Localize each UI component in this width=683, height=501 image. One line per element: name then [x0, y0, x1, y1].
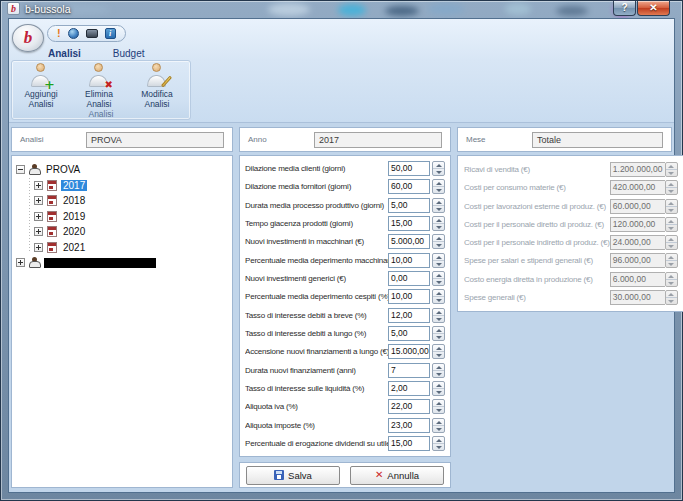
spinner-down-icon[interactable]: [433, 169, 444, 175]
tab-analisi[interactable]: Analisi: [39, 46, 90, 61]
titlebar[interactable]: b b-bussola ? ✕: [0, 0, 683, 18]
field-value-input[interactable]: 23,00: [388, 418, 430, 433]
spinner-down-icon[interactable]: [433, 224, 444, 230]
spinner-control[interactable]: [432, 161, 445, 176]
spinner-control[interactable]: [432, 198, 445, 213]
alert-icon[interactable]: !: [57, 28, 61, 39]
spinner-control[interactable]: [432, 216, 445, 231]
expand-icon[interactable]: [16, 258, 25, 267]
spinner-up-icon[interactable]: [433, 162, 444, 169]
save-button[interactable]: Salva: [246, 466, 340, 485]
spinner-up-icon[interactable]: [433, 290, 444, 297]
spinner-down-icon[interactable]: [433, 279, 444, 285]
field-value-input[interactable]: 10,00: [388, 289, 430, 304]
spinner-down-icon[interactable]: [433, 371, 444, 377]
spinner-control[interactable]: [432, 363, 445, 378]
field-value-input[interactable]: 2,00: [388, 381, 430, 396]
printer-icon[interactable]: [86, 29, 98, 38]
field-value-input[interactable]: 22,00: [388, 399, 430, 414]
spinner-up-icon[interactable]: [433, 254, 444, 261]
tree-item-root-prova[interactable]: PROVA: [16, 162, 228, 178]
collapse-icon[interactable]: [16, 165, 25, 174]
spinner-down-icon[interactable]: [433, 389, 444, 395]
spinner-control[interactable]: [432, 418, 445, 433]
spinner-up-icon[interactable]: [433, 309, 444, 316]
spinner-up-icon[interactable]: [433, 327, 444, 334]
expand-icon[interactable]: [34, 181, 43, 190]
close-button[interactable]: ✕: [637, 1, 670, 16]
field-value-input[interactable]: 10,00: [388, 253, 430, 268]
field-value-input[interactable]: 60,00: [388, 179, 430, 194]
spinner-up-icon[interactable]: [433, 382, 444, 389]
expand-icon[interactable]: [34, 227, 43, 236]
spinner-up-icon[interactable]: [433, 400, 444, 407]
spinner-up-icon[interactable]: [433, 419, 444, 426]
globe-icon[interactable]: [68, 28, 79, 39]
spinner-down-icon[interactable]: [433, 444, 444, 450]
field-value-input[interactable]: 5,00: [388, 198, 430, 213]
spinner-up-icon[interactable]: [433, 364, 444, 371]
spinner-control[interactable]: [432, 253, 445, 268]
spinner-up-icon[interactable]: [433, 345, 444, 352]
field-value-input[interactable]: 15,00: [388, 216, 430, 231]
mese-field-input[interactable]: Totale: [532, 132, 663, 148]
anno-field-input[interactable]: 2017: [314, 132, 442, 148]
spinner-down-icon[interactable]: [433, 352, 444, 358]
spinner-control[interactable]: [432, 436, 445, 451]
tree-item-year[interactable]: 2017: [34, 178, 228, 194]
field-value-input[interactable]: 15.000,00: [388, 344, 430, 359]
field-value-input[interactable]: 0,00: [388, 271, 430, 286]
field-value-input[interactable]: 5.000,00: [388, 234, 430, 249]
tree-item-year[interactable]: 2019: [34, 209, 228, 225]
spinner-control[interactable]: [432, 179, 445, 194]
window-controls: ? ✕: [613, 1, 670, 16]
field-value-input[interactable]: 7: [388, 363, 430, 378]
expand-icon[interactable]: [34, 243, 43, 252]
field-value-input[interactable]: 12,00: [388, 308, 430, 323]
spinner-up-icon[interactable]: [433, 180, 444, 187]
help-button[interactable]: ?: [613, 1, 636, 16]
spinner-down-icon[interactable]: [433, 407, 444, 413]
analysis-tree-panel[interactable]: PROVA 2017 2018: [11, 155, 233, 488]
tree-item-year[interactable]: 2018: [34, 193, 228, 209]
spinner-up-icon[interactable]: [433, 235, 444, 242]
cancel-button[interactable]: ✕ Annulla: [350, 466, 444, 485]
add-analysis-button[interactable]: + Aggiungi Analisi: [12, 61, 70, 109]
tree-item-year[interactable]: 2021: [34, 240, 228, 256]
spinner-control[interactable]: [432, 381, 445, 396]
info-icon[interactable]: i: [105, 28, 116, 39]
delete-analysis-button[interactable]: ✖ Elimina Analisi: [70, 61, 128, 109]
spinner-control-disabled: [665, 272, 678, 287]
spinner-down-icon[interactable]: [433, 206, 444, 212]
edit-analysis-button[interactable]: Modifica Analisi: [128, 61, 186, 109]
analisi-field-input[interactable]: PROVA: [86, 132, 224, 148]
spinner-control[interactable]: [432, 234, 445, 249]
budget-field-row: Dilazione media fornitori (giorni) 60,00: [245, 179, 445, 194]
spinner-control[interactable]: [432, 271, 445, 286]
spinner-down-icon[interactable]: [433, 297, 444, 303]
expand-icon[interactable]: [34, 212, 43, 221]
field-value-input[interactable]: 50,00: [388, 161, 430, 176]
spinner-control-disabled: [665, 253, 678, 268]
spinner-control[interactable]: [432, 308, 445, 323]
spinner-down-icon[interactable]: [433, 334, 444, 340]
spinner-down-icon[interactable]: [433, 316, 444, 322]
spinner-down-icon[interactable]: [433, 187, 444, 193]
spinner-control[interactable]: [432, 344, 445, 359]
field-value-input[interactable]: 15,00: [388, 436, 430, 451]
tab-budget[interactable]: Budget: [104, 46, 154, 61]
spinner-control[interactable]: [432, 399, 445, 414]
spinner-up-icon[interactable]: [433, 217, 444, 224]
spinner-up-icon[interactable]: [433, 199, 444, 206]
expand-icon[interactable]: [34, 196, 43, 205]
tree-item-year[interactable]: 2020: [34, 224, 228, 240]
spinner-control[interactable]: [432, 289, 445, 304]
spinner-down-icon[interactable]: [433, 426, 444, 432]
spinner-down-icon[interactable]: [433, 242, 444, 248]
spinner-up-icon[interactable]: [433, 437, 444, 444]
tree-item-root-redacted[interactable]: [16, 255, 228, 271]
spinner-up-icon[interactable]: [433, 272, 444, 279]
field-value-input[interactable]: 5,00: [388, 326, 430, 341]
spinner-down-icon[interactable]: [433, 261, 444, 267]
spinner-control[interactable]: [432, 326, 445, 341]
